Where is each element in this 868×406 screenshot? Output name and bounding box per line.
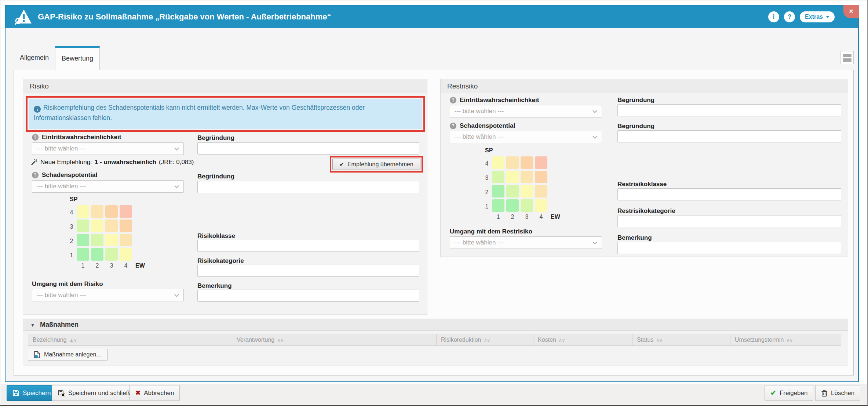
rest-begruendung-ew-input[interactable] bbox=[617, 104, 841, 116]
rest-bemerkung-input[interactable] bbox=[617, 242, 841, 254]
cancel-button[interactable]: ✖ Abbrechen bbox=[130, 385, 180, 401]
begruendung-label: Begründung bbox=[197, 134, 234, 142]
save-and-close-button[interactable]: Speichern und schließen bbox=[52, 385, 143, 401]
umgang-risiko-select[interactable]: --- bitte wählen --- bbox=[32, 289, 184, 301]
help-icon: ? bbox=[788, 14, 791, 20]
risiko-panel: Risiko iRisikoempfehlung des Schadenspot… bbox=[23, 79, 427, 315]
sp-axis-label: SP bbox=[485, 147, 560, 154]
matrix-col-label: 2 bbox=[91, 262, 103, 269]
matrix-row-label: 1 bbox=[66, 252, 77, 259]
caret-down-icon bbox=[826, 16, 829, 18]
rest-eintrittswahrscheinlichkeit-select[interactable]: --- bitte wählen --- bbox=[450, 105, 602, 117]
ew-axis-label: EW bbox=[135, 262, 145, 269]
column-header-verantwortung[interactable]: Verantwortung∧∨ bbox=[232, 334, 437, 346]
column-header-status[interactable]: Status∧∨ bbox=[632, 334, 730, 346]
field-help-icon[interactable]: ? bbox=[32, 172, 39, 178]
apply-recommendation-button[interactable]: ✔ Empfehlung übernehmen bbox=[332, 159, 420, 170]
info-button[interactable]: i bbox=[768, 11, 779, 22]
matrix-col-label: 4 bbox=[535, 214, 547, 220]
matrix-row-label: 4 bbox=[66, 209, 77, 216]
chevron-down-icon bbox=[592, 134, 597, 139]
massnahmen-table-header: Bezeichnung▲∨ Verantwortung∧∨ Risikoredu… bbox=[28, 334, 841, 346]
select-value: --- bitte wählen --- bbox=[455, 237, 504, 249]
umgang-restrisiko-select[interactable]: --- bitte wählen --- bbox=[450, 236, 602, 249]
extras-label: Extras bbox=[805, 14, 823, 20]
chevron-down-icon bbox=[592, 108, 597, 113]
matrix-cell bbox=[535, 199, 547, 212]
cancel-x-icon: ✖ bbox=[135, 389, 141, 397]
field-help-icon[interactable]: ? bbox=[450, 123, 456, 129]
select-value: --- bitte wählen --- bbox=[455, 131, 504, 143]
matrix-row-label: 2 bbox=[482, 189, 492, 196]
save-button[interactable]: Speichern bbox=[7, 385, 57, 401]
dialog-header: GAP-Risiko zu Sollmaßnahme „Rückgabe von… bbox=[6, 6, 858, 28]
ew-axis-label: EW bbox=[551, 214, 560, 220]
begruendung-label: Begründung bbox=[617, 123, 654, 130]
restrisiko-panel: Restrisiko ? Eintrittswahrscheinlichkeit… bbox=[440, 79, 848, 257]
field-help-icon[interactable]: ? bbox=[32, 134, 39, 141]
risikokategorie-label: Risikokategorie bbox=[197, 257, 244, 265]
select-value: --- bitte wählen --- bbox=[37, 289, 86, 301]
eintrittswahrscheinlichkeit-select[interactable]: --- bitte wählen --- bbox=[32, 142, 184, 155]
tab-bewertung[interactable]: Bewertung bbox=[55, 46, 100, 70]
matrix-cell bbox=[105, 205, 118, 218]
risikokategorie-input[interactable] bbox=[197, 265, 419, 277]
field-help-icon[interactable]: ? bbox=[450, 97, 456, 104]
matrix-col-label: 1 bbox=[492, 214, 504, 220]
matrix-col-label: 1 bbox=[77, 262, 89, 269]
risikoklasse-input[interactable] bbox=[197, 240, 419, 252]
begruendung-label: Begründung bbox=[197, 173, 234, 180]
sort-icon: ∧∨ bbox=[484, 337, 490, 343]
schadenspotential-select[interactable]: --- bitte wählen --- bbox=[32, 180, 184, 193]
sort-icon: ∧∨ bbox=[786, 337, 792, 343]
release-button[interactable]: ✔ Freigeben bbox=[765, 385, 813, 401]
matrix-cell bbox=[535, 156, 547, 169]
sort-icon: ∧∨ bbox=[559, 337, 565, 343]
add-massnahme-button[interactable]: Maßnahme anlegen… bbox=[28, 349, 108, 360]
restrisikokategorie-input[interactable] bbox=[617, 215, 841, 227]
select-value: --- bitte wählen --- bbox=[37, 181, 86, 192]
rest-schadenspotential-select[interactable]: --- bitte wählen --- bbox=[450, 131, 602, 143]
delete-button[interactable]: Löschen bbox=[815, 385, 860, 401]
layout-bars-icon bbox=[843, 54, 851, 57]
info-icon: i bbox=[773, 14, 774, 20]
layout-toggle-button[interactable] bbox=[840, 51, 854, 64]
bemerkung-input[interactable] bbox=[197, 290, 419, 302]
tab-allgemein[interactable]: Allgemein bbox=[14, 46, 55, 70]
tab-bar: Allgemein Bewertung bbox=[14, 46, 100, 70]
umgang-risiko-label: Umgang mit dem Risiko bbox=[32, 280, 103, 288]
schadenspotential-label: ? Schadenspotential bbox=[32, 171, 97, 179]
matrix-cell bbox=[506, 171, 519, 183]
recommendation-jre: (JRE: 0,083) bbox=[159, 159, 194, 166]
column-header-bezeichnung[interactable]: Bezeichnung▲∨ bbox=[28, 334, 232, 346]
green-check-icon: ✔ bbox=[770, 389, 776, 397]
column-header-umsetzungstermin[interactable]: Umsetzungstermin∧∨ bbox=[730, 334, 841, 346]
restrisikoklasse-label: Restrisikoklasse bbox=[617, 181, 667, 188]
matrix-cell bbox=[77, 220, 89, 232]
restrisikoklasse-input[interactable] bbox=[617, 188, 841, 200]
matrix-col-label: 3 bbox=[521, 214, 533, 220]
matrix-cell bbox=[521, 156, 533, 169]
info-circle-icon: i bbox=[34, 106, 41, 113]
extras-button[interactable]: Extras bbox=[800, 11, 835, 22]
begruendung-sp-input[interactable] bbox=[197, 181, 419, 193]
matrix-cell bbox=[120, 234, 132, 246]
matrix-cell bbox=[77, 205, 89, 218]
massnahmen-section-header[interactable]: ▼ Maßnahmen bbox=[23, 319, 848, 331]
massnahmen-panel: ▼ Maßnahmen Bezeichnung▲∨ Verantwortung∧… bbox=[23, 319, 848, 366]
close-button[interactable]: ✕ bbox=[843, 5, 859, 18]
matrix-cell bbox=[91, 220, 103, 232]
matrix-cell bbox=[506, 156, 519, 169]
risikoklasse-label: Risikoklasse bbox=[197, 232, 235, 240]
column-header-kosten[interactable]: Kosten∧∨ bbox=[533, 334, 632, 346]
matrix-row-label: 4 bbox=[482, 160, 492, 167]
begruendung-ew-input[interactable] bbox=[197, 142, 419, 155]
schadenspotential-label: ? Schadenspotential bbox=[450, 122, 515, 130]
bemerkung-label: Bemerkung bbox=[617, 234, 652, 242]
help-button[interactable]: ? bbox=[784, 11, 795, 22]
column-header-risikoreduktion[interactable]: Risikoreduktion∧∨ bbox=[436, 334, 533, 346]
close-icon: ✕ bbox=[849, 8, 854, 15]
rest-begruendung-sp-input[interactable] bbox=[617, 130, 841, 142]
matrix-row-label: 2 bbox=[66, 238, 77, 244]
info-annotation-highlight: iRisikoempfehlung des Schadenspotentials… bbox=[26, 96, 425, 132]
